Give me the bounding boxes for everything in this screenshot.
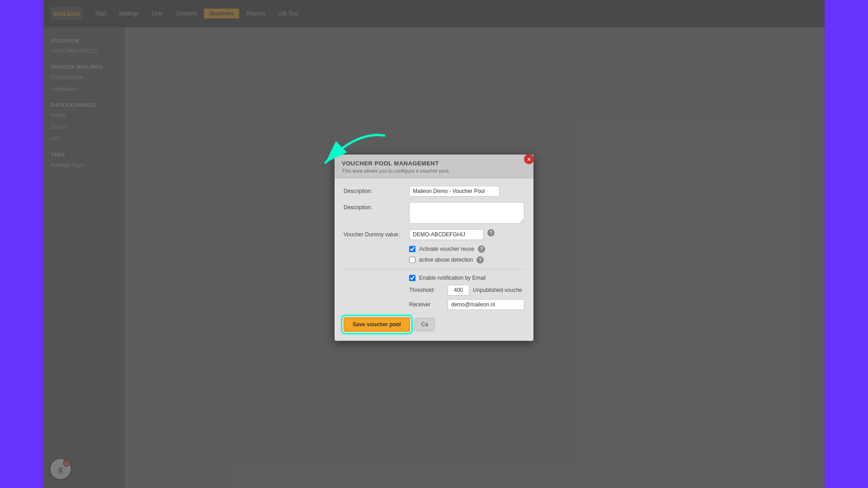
- activate-reuse-row: Activate voucher reuse ?: [344, 245, 524, 253]
- enable-notification-checkbox[interactable]: [409, 275, 415, 281]
- receiver-label: Receiver: [409, 301, 448, 308]
- activate-reuse-checkbox[interactable]: [409, 246, 415, 252]
- notification-section: Enable notification by Email Threshold: …: [344, 275, 524, 310]
- enable-notification-label: Enable notification by Email: [419, 275, 486, 281]
- modal-body: Description: Description: Voucher Dummy …: [335, 178, 533, 310]
- receiver-row: Receiver: [344, 299, 524, 310]
- dummy-value-input[interactable]: [409, 229, 484, 240]
- section-divider: [344, 269, 524, 269]
- enable-notification-row: Enable notification by Email: [344, 275, 524, 281]
- cancel-button[interactable]: Ca: [415, 318, 435, 331]
- name-input[interactable]: [409, 186, 500, 197]
- threshold-row: Threshold: Unpublished vouche: [344, 285, 524, 296]
- dummy-value-row: Voucher Dummy value: ?: [344, 229, 524, 240]
- modal-subtitle: This area allows you to configure a vouc…: [342, 168, 526, 174]
- save-voucher-pool-button[interactable]: Save voucher pool: [344, 317, 410, 332]
- description-label: Description:: [344, 202, 409, 211]
- dummy-value-label: Voucher Dummy value:: [344, 229, 409, 238]
- abuse-detection-row: active abuse detection ?: [344, 256, 524, 263]
- activate-reuse-label: Activate voucher reuse: [419, 246, 474, 252]
- threshold-label: Threshold:: [409, 287, 448, 293]
- abuse-detection-checkbox[interactable]: [409, 257, 415, 263]
- voucher-pool-modal: × VOUCHER POOL MANAGEMENT This area allo…: [335, 155, 533, 341]
- modal-title: VOUCHER POOL MANAGEMENT: [342, 160, 526, 167]
- modal-header: VOUCHER POOL MANAGEMENT This area allows…: [335, 155, 533, 178]
- abuse-detection-label: active abuse detection: [419, 257, 473, 263]
- receiver-input[interactable]: [448, 299, 524, 310]
- activate-reuse-help-icon[interactable]: ?: [478, 245, 485, 253]
- description-textarea[interactable]: [409, 202, 524, 224]
- threshold-input[interactable]: [448, 285, 469, 296]
- modal-close-button[interactable]: ×: [524, 154, 534, 164]
- abuse-detection-help-icon[interactable]: ?: [476, 256, 484, 263]
- threshold-suffix: Unpublished vouche: [473, 287, 522, 293]
- name-field-row: Description:: [344, 186, 524, 197]
- name-label: Description:: [344, 186, 409, 194]
- modal-wrapper: × VOUCHER POOL MANAGEMENT This area allo…: [43, 0, 825, 488]
- dummy-help-icon[interactable]: ?: [487, 229, 495, 236]
- description-field-row: Description:: [344, 202, 524, 224]
- buttons-row: Save voucher pool Ca: [335, 317, 533, 332]
